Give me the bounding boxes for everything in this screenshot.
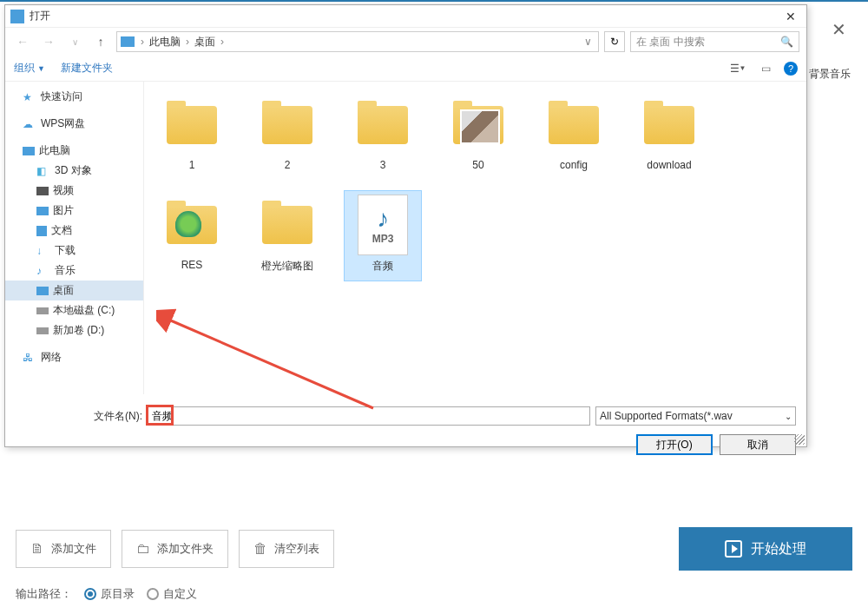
breadcrumb-dropdown-icon[interactable]: ∨ [582,36,595,48]
music-note-icon: ♪ [377,205,389,233]
play-icon [725,540,742,558]
sidebar-item-pictures[interactable]: 图片 [5,201,143,221]
up-icon[interactable]: ↑ [90,31,111,52]
folder-item[interactable]: 50 [439,90,517,182]
star-icon: ★ [23,91,36,103]
resize-handle[interactable] [794,434,805,445]
folder-icon [644,106,694,144]
disk-icon [36,327,49,334]
clear-list-button[interactable]: 🗑清空列表 [239,530,334,568]
sidebar-item-local-disk-c[interactable]: 本地磁盘 (C:) [5,300,143,320]
dialog-footer: 文件名(N): All Supported Formats(*.wav⌄ 打开(… [5,394,806,464]
start-processing-button[interactable]: 开始处理 [679,527,852,571]
file-plus-icon: 🗎 [30,541,44,557]
open-dialog: 打开 ✕ ← → ∨ ↑ › 此电脑 › 桌面 › ∨ ↻ 在 桌面 中搜索 🔍… [4,4,807,447]
folder-plus-icon: 🗀 [136,541,150,557]
filename-label: 文件名(N): [94,409,142,424]
folder-icon [453,106,503,144]
sidebar-item-desktop[interactable]: 桌面 [5,281,143,300]
sidebar-item-documents[interactable]: 文档 [5,221,143,241]
open-button[interactable]: 打开(O) [636,434,713,455]
breadcrumb-segment[interactable]: 此电脑 [147,35,183,50]
picture-icon [36,207,49,215]
folder-icon [262,206,312,244]
navigation-bar: ← → ∨ ↑ › 此电脑 › 桌面 › ∨ ↻ 在 桌面 中搜索 🔍 [5,28,806,56]
folder-item[interactable]: 2 [248,90,326,182]
refresh-icon[interactable]: ↻ [604,31,625,52]
breadcrumb[interactable]: › 此电脑 › 桌面 › ∨ [116,31,599,52]
organize-button[interactable]: 组织▼ [14,61,45,76]
document-icon [36,226,47,236]
search-icon: 🔍 [780,36,793,48]
forward-icon: → [38,31,59,52]
folder-item[interactable]: config [535,90,613,182]
file-grid[interactable]: 1 2 3 50 config download RES 橙光缩略图 ♪MP3音… [144,82,806,394]
chevron-right-icon: › [138,36,147,48]
sidebar-item-this-pc[interactable]: 此电脑 [5,141,143,161]
network-icon: 🖧 [23,352,36,364]
dialog-title: 打开 [30,9,780,23]
folder-item[interactable]: 橙光缩略图 [248,190,326,281]
sidebar-item-videos[interactable]: 视频 [5,181,143,201]
desktop-icon [36,287,49,295]
search-input[interactable]: 在 桌面 中搜索 🔍 [630,31,799,52]
cube-icon: ◧ [36,165,50,177]
folder-icon [549,106,599,144]
mp3-file-icon: ♪MP3 [358,195,408,255]
filetype-select[interactable]: All Supported Formats(*.wav⌄ [595,406,796,426]
folder-icon [262,106,312,144]
cancel-button[interactable]: 取消 [720,434,796,455]
bottom-toolbar: 🗎添加文件 🗀添加文件夹 🗑清空列表 开始处理 [16,527,852,571]
add-file-button[interactable]: 🗎添加文件 [16,530,111,568]
help-icon[interactable]: ? [784,62,798,76]
folder-item[interactable]: RES [153,190,231,281]
folder-icon [167,206,217,244]
titlebar: 打开 ✕ [5,5,806,28]
chevron-right-icon: › [183,36,192,48]
close-icon[interactable]: ✕ [780,10,801,23]
sidebar-item-volume-d[interactable]: 新加卷 (D:) [5,320,143,340]
folder-item[interactable]: download [630,90,708,182]
toolbar: 组织▼ 新建文件夹 ☰ ▼ ▭ ? [5,56,806,82]
view-options-icon[interactable]: ☰ ▼ [728,61,747,76]
download-icon: ↓ [36,245,50,257]
recent-dropdown-icon[interactable]: ∨ [64,31,85,52]
pc-icon [121,36,135,47]
radio-icon [147,588,159,600]
music-icon: ♪ [36,265,50,277]
new-folder-button[interactable]: 新建文件夹 [61,61,113,76]
folder-item[interactable]: 3 [344,90,422,182]
pc-icon [23,147,35,155]
cloud-icon: ☁ [23,118,36,130]
folder-icon [167,106,217,144]
folder-icon [358,106,408,144]
background-music-label[interactable]: 背景音乐 [809,67,851,82]
output-path-label: 输出路径： [16,586,72,602]
output-path-row: 输出路径： 原目录 自定义 [16,586,197,602]
sidebar-item-wps[interactable]: ☁WPS网盘 [5,114,143,134]
chevron-right-icon: › [218,36,227,48]
radio-original-dir[interactable]: 原目录 [84,586,135,602]
sidebar-item-network[interactable]: 🖧网络 [5,347,143,367]
sidebar-item-3d-objects[interactable]: ◧3D 对象 [5,161,143,181]
sidebar-item-downloads[interactable]: ↓下载 [5,241,143,261]
back-icon: ← [12,31,33,52]
sidebar-item-quick-access[interactable]: ★快速访问 [5,87,143,107]
add-folder-button[interactable]: 🗀添加文件夹 [122,530,228,568]
breadcrumb-segment[interactable]: 桌面 [192,35,218,50]
file-item-audio[interactable]: ♪MP3音频 [344,190,422,281]
preview-pane-icon[interactable]: ▭ [756,61,775,76]
disk-icon [36,307,49,314]
sidebar-tree: ★快速访问 ☁WPS网盘 此电脑 ◧3D 对象 视频 图片 文档 ↓下载 ♪音乐… [5,82,144,394]
search-placeholder: 在 桌面 中搜索 [636,35,705,50]
trash-icon: 🗑 [253,541,267,557]
app-icon [10,10,24,23]
filename-input[interactable] [148,406,590,426]
radio-icon [84,588,96,600]
folder-item[interactable]: 1 [153,90,231,182]
radio-custom-dir[interactable]: 自定义 [147,586,197,602]
video-icon [36,187,49,195]
close-icon[interactable]: ✕ [832,19,846,40]
sidebar-item-music[interactable]: ♪音乐 [5,261,143,281]
chevron-down-icon: ⌄ [785,412,792,421]
